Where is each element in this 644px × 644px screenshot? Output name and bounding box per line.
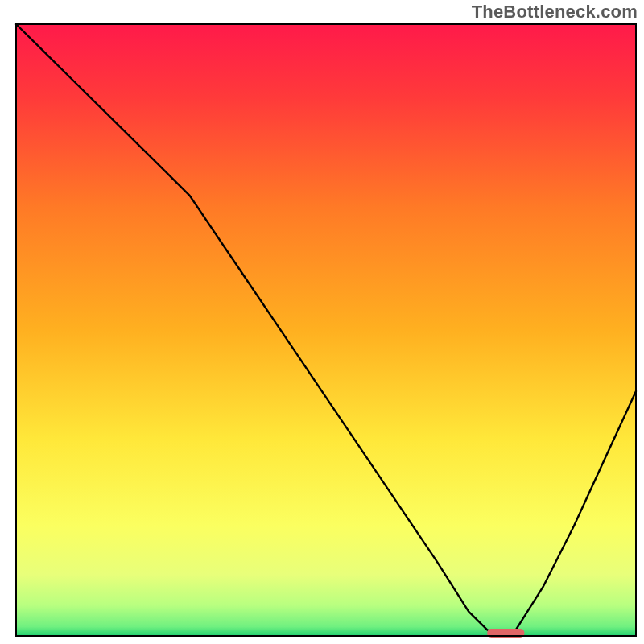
chart-container: TheBottleneck.com xyxy=(0,0,644,644)
chart-svg xyxy=(0,0,644,644)
watermark-text: TheBottleneck.com xyxy=(472,2,638,23)
